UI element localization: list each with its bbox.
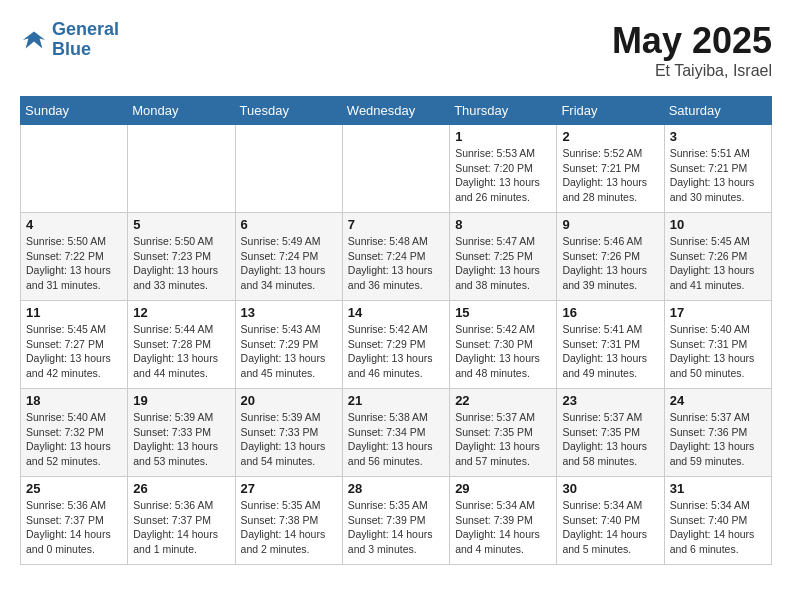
day-number: 31 [670, 481, 766, 496]
calendar-cell: 17Sunrise: 5:40 AM Sunset: 7:31 PM Dayli… [664, 301, 771, 389]
day-info: Sunrise: 5:40 AM Sunset: 7:31 PM Dayligh… [670, 322, 766, 381]
day-header-wednesday: Wednesday [342, 97, 449, 125]
day-number: 14 [348, 305, 444, 320]
day-info: Sunrise: 5:34 AM Sunset: 7:40 PM Dayligh… [562, 498, 658, 557]
day-info: Sunrise: 5:42 AM Sunset: 7:29 PM Dayligh… [348, 322, 444, 381]
day-number: 13 [241, 305, 337, 320]
calendar-cell: 18Sunrise: 5:40 AM Sunset: 7:32 PM Dayli… [21, 389, 128, 477]
day-number: 24 [670, 393, 766, 408]
day-info: Sunrise: 5:49 AM Sunset: 7:24 PM Dayligh… [241, 234, 337, 293]
day-header-tuesday: Tuesday [235, 97, 342, 125]
month-title: May 2025 [612, 20, 772, 62]
calendar-cell: 20Sunrise: 5:39 AM Sunset: 7:33 PM Dayli… [235, 389, 342, 477]
day-header-thursday: Thursday [450, 97, 557, 125]
calendar-cell: 6Sunrise: 5:49 AM Sunset: 7:24 PM Daylig… [235, 213, 342, 301]
calendar-cell: 1Sunrise: 5:53 AM Sunset: 7:20 PM Daylig… [450, 125, 557, 213]
title-block: May 2025 Et Taiyiba, Israel [612, 20, 772, 80]
day-info: Sunrise: 5:50 AM Sunset: 7:23 PM Dayligh… [133, 234, 229, 293]
day-info: Sunrise: 5:51 AM Sunset: 7:21 PM Dayligh… [670, 146, 766, 205]
calendar-cell [235, 125, 342, 213]
calendar-cell: 14Sunrise: 5:42 AM Sunset: 7:29 PM Dayli… [342, 301, 449, 389]
day-info: Sunrise: 5:43 AM Sunset: 7:29 PM Dayligh… [241, 322, 337, 381]
day-info: Sunrise: 5:37 AM Sunset: 7:36 PM Dayligh… [670, 410, 766, 469]
calendar-cell: 24Sunrise: 5:37 AM Sunset: 7:36 PM Dayli… [664, 389, 771, 477]
day-number: 27 [241, 481, 337, 496]
day-number: 29 [455, 481, 551, 496]
day-number: 30 [562, 481, 658, 496]
calendar-table: SundayMondayTuesdayWednesdayThursdayFrid… [20, 96, 772, 565]
day-info: Sunrise: 5:41 AM Sunset: 7:31 PM Dayligh… [562, 322, 658, 381]
day-number: 6 [241, 217, 337, 232]
day-header-friday: Friday [557, 97, 664, 125]
day-number: 11 [26, 305, 122, 320]
calendar-cell: 26Sunrise: 5:36 AM Sunset: 7:37 PM Dayli… [128, 477, 235, 565]
day-number: 12 [133, 305, 229, 320]
day-info: Sunrise: 5:39 AM Sunset: 7:33 PM Dayligh… [133, 410, 229, 469]
logo: General Blue [20, 20, 119, 60]
day-info: Sunrise: 5:45 AM Sunset: 7:27 PM Dayligh… [26, 322, 122, 381]
day-header-saturday: Saturday [664, 97, 771, 125]
calendar-cell: 12Sunrise: 5:44 AM Sunset: 7:28 PM Dayli… [128, 301, 235, 389]
day-info: Sunrise: 5:46 AM Sunset: 7:26 PM Dayligh… [562, 234, 658, 293]
logo-text: General Blue [52, 20, 119, 60]
day-number: 17 [670, 305, 766, 320]
calendar-week-row: 1Sunrise: 5:53 AM Sunset: 7:20 PM Daylig… [21, 125, 772, 213]
day-number: 21 [348, 393, 444, 408]
calendar-cell: 15Sunrise: 5:42 AM Sunset: 7:30 PM Dayli… [450, 301, 557, 389]
calendar-cell: 29Sunrise: 5:34 AM Sunset: 7:39 PM Dayli… [450, 477, 557, 565]
day-info: Sunrise: 5:45 AM Sunset: 7:26 PM Dayligh… [670, 234, 766, 293]
day-number: 2 [562, 129, 658, 144]
calendar-cell: 22Sunrise: 5:37 AM Sunset: 7:35 PM Dayli… [450, 389, 557, 477]
calendar-cell: 30Sunrise: 5:34 AM Sunset: 7:40 PM Dayli… [557, 477, 664, 565]
day-info: Sunrise: 5:50 AM Sunset: 7:22 PM Dayligh… [26, 234, 122, 293]
day-header-monday: Monday [128, 97, 235, 125]
calendar-cell: 21Sunrise: 5:38 AM Sunset: 7:34 PM Dayli… [342, 389, 449, 477]
calendar-cell: 13Sunrise: 5:43 AM Sunset: 7:29 PM Dayli… [235, 301, 342, 389]
day-info: Sunrise: 5:34 AM Sunset: 7:40 PM Dayligh… [670, 498, 766, 557]
location: Et Taiyiba, Israel [612, 62, 772, 80]
day-header-sunday: Sunday [21, 97, 128, 125]
day-info: Sunrise: 5:38 AM Sunset: 7:34 PM Dayligh… [348, 410, 444, 469]
day-info: Sunrise: 5:53 AM Sunset: 7:20 PM Dayligh… [455, 146, 551, 205]
day-info: Sunrise: 5:36 AM Sunset: 7:37 PM Dayligh… [133, 498, 229, 557]
calendar-cell: 19Sunrise: 5:39 AM Sunset: 7:33 PM Dayli… [128, 389, 235, 477]
calendar-cell [21, 125, 128, 213]
calendar-cell: 7Sunrise: 5:48 AM Sunset: 7:24 PM Daylig… [342, 213, 449, 301]
svg-marker-0 [23, 31, 45, 48]
calendar-cell: 2Sunrise: 5:52 AM Sunset: 7:21 PM Daylig… [557, 125, 664, 213]
calendar-cell: 3Sunrise: 5:51 AM Sunset: 7:21 PM Daylig… [664, 125, 771, 213]
day-info: Sunrise: 5:36 AM Sunset: 7:37 PM Dayligh… [26, 498, 122, 557]
day-number: 10 [670, 217, 766, 232]
day-number: 18 [26, 393, 122, 408]
day-info: Sunrise: 5:48 AM Sunset: 7:24 PM Dayligh… [348, 234, 444, 293]
day-number: 15 [455, 305, 551, 320]
day-number: 20 [241, 393, 337, 408]
day-number: 9 [562, 217, 658, 232]
calendar-cell: 23Sunrise: 5:37 AM Sunset: 7:35 PM Dayli… [557, 389, 664, 477]
day-number: 5 [133, 217, 229, 232]
day-info: Sunrise: 5:52 AM Sunset: 7:21 PM Dayligh… [562, 146, 658, 205]
day-number: 28 [348, 481, 444, 496]
calendar-cell: 4Sunrise: 5:50 AM Sunset: 7:22 PM Daylig… [21, 213, 128, 301]
calendar-cell: 10Sunrise: 5:45 AM Sunset: 7:26 PM Dayli… [664, 213, 771, 301]
day-info: Sunrise: 5:44 AM Sunset: 7:28 PM Dayligh… [133, 322, 229, 381]
day-number: 8 [455, 217, 551, 232]
page-header: General Blue May 2025 Et Taiyiba, Israel [20, 20, 772, 80]
day-number: 23 [562, 393, 658, 408]
day-number: 16 [562, 305, 658, 320]
calendar-cell: 31Sunrise: 5:34 AM Sunset: 7:40 PM Dayli… [664, 477, 771, 565]
day-number: 26 [133, 481, 229, 496]
logo-line1: General [52, 19, 119, 39]
day-info: Sunrise: 5:40 AM Sunset: 7:32 PM Dayligh… [26, 410, 122, 469]
day-info: Sunrise: 5:42 AM Sunset: 7:30 PM Dayligh… [455, 322, 551, 381]
day-number: 19 [133, 393, 229, 408]
calendar-week-row: 18Sunrise: 5:40 AM Sunset: 7:32 PM Dayli… [21, 389, 772, 477]
logo-line2: Blue [52, 39, 91, 59]
day-number: 3 [670, 129, 766, 144]
calendar-cell: 8Sunrise: 5:47 AM Sunset: 7:25 PM Daylig… [450, 213, 557, 301]
calendar-week-row: 4Sunrise: 5:50 AM Sunset: 7:22 PM Daylig… [21, 213, 772, 301]
calendar-cell: 28Sunrise: 5:35 AM Sunset: 7:39 PM Dayli… [342, 477, 449, 565]
calendar-cell: 25Sunrise: 5:36 AM Sunset: 7:37 PM Dayli… [21, 477, 128, 565]
day-number: 22 [455, 393, 551, 408]
calendar-cell: 5Sunrise: 5:50 AM Sunset: 7:23 PM Daylig… [128, 213, 235, 301]
